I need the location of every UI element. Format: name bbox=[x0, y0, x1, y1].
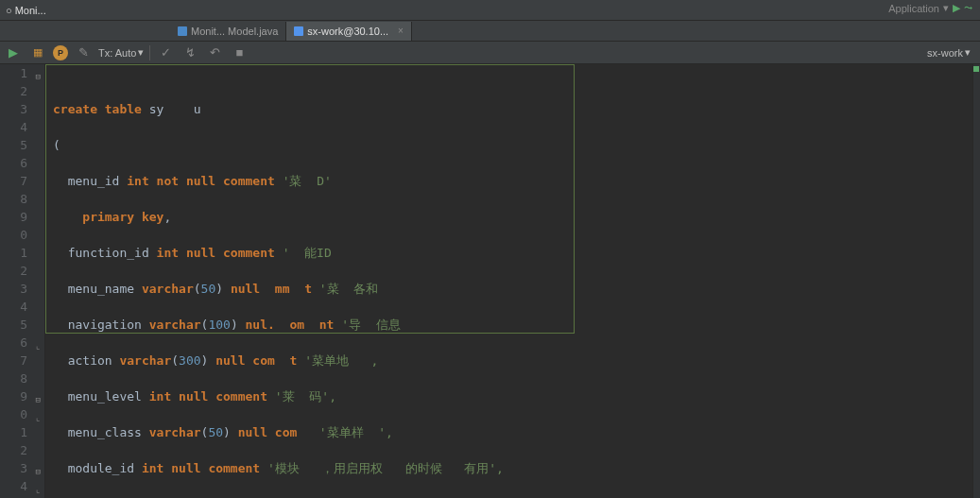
undo-button[interactable]: ↶ bbox=[205, 43, 224, 62]
workspace-dropdown[interactable]: sx-work ▾ bbox=[927, 46, 976, 59]
fold-end-icon[interactable]: ⌞ bbox=[31, 409, 41, 419]
fold-end-icon[interactable]: ⌞ bbox=[31, 337, 41, 347]
tab-sx-work[interactable]: sx-work@30.10... × bbox=[286, 22, 412, 41]
stop-button[interactable]: ■ bbox=[230, 43, 249, 62]
app-name: ○ Moni... bbox=[0, 5, 46, 16]
line-gutter: 1⊟ 2 3 4 5 6 7 8 9 0 1 2 3 4 5 6⌞ 7 8 9⊟… bbox=[0, 64, 45, 498]
error-stripe bbox=[972, 64, 980, 498]
explain-plan-button[interactable]: ▦ bbox=[28, 43, 47, 62]
sql-editor[interactable]: create table sy u ( menu_id int not null… bbox=[45, 64, 972, 498]
rollback-button[interactable]: ↯ bbox=[181, 43, 199, 62]
tool-wrench[interactable]: ✎ bbox=[74, 43, 93, 62]
fold-icon[interactable]: ⊟ bbox=[31, 391, 41, 401]
db-icon bbox=[294, 26, 303, 36]
fold-icon[interactable]: ⊟ bbox=[31, 68, 41, 77]
fold-icon[interactable]: ⊟ bbox=[31, 463, 41, 472]
close-icon[interactable]: × bbox=[398, 26, 404, 36]
java-icon bbox=[178, 26, 187, 36]
fold-end-icon[interactable]: ⌞ bbox=[31, 481, 41, 490]
separator bbox=[149, 45, 150, 60]
run-sql-button[interactable]: ▶ bbox=[4, 43, 23, 62]
tx-mode-dropdown[interactable]: Tx: Auto ▾ bbox=[98, 46, 144, 59]
editor-area: 1⊟ 2 3 4 5 6 7 8 9 0 1 2 3 4 5 6⌞ 7 8 9⊟… bbox=[0, 64, 980, 498]
commit-button[interactable]: ✓ bbox=[156, 43, 175, 62]
tab-bar: Monit... Model.java sx-work@30.10... × bbox=[0, 21, 980, 42]
tab-monitor-model[interactable]: Monit... Model.java bbox=[170, 22, 286, 41]
settings-button[interactable]: P bbox=[53, 45, 68, 60]
editor-toolbar: ▶ ▦ P ✎ Tx: Auto ▾ ✓ ↯ ↶ ■ sx-work ▾ bbox=[0, 42, 980, 64]
top-bar: ○ Moni... Application ▾ ▶ ⤳ bbox=[0, 0, 980, 21]
run-config-area[interactable]: Application ▾ ▶ ⤳ bbox=[888, 2, 972, 14]
analysis-ok-icon bbox=[973, 66, 979, 72]
